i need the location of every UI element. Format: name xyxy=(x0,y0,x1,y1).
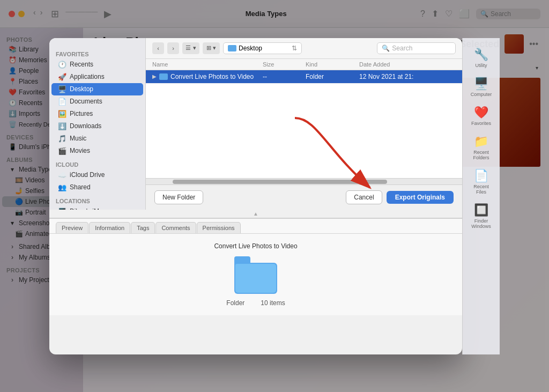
sidebar-item-desktop[interactable]: 🖥️ Desktop xyxy=(51,83,143,95)
right-icon-recent-files[interactable]: 📄 Recent Files xyxy=(465,166,498,198)
new-folder-button[interactable]: New Folder xyxy=(154,190,203,204)
sidebar-item-label: Desktop xyxy=(70,85,93,93)
finder-windows-label: Finder Windows xyxy=(469,218,494,229)
preview-tabs: Preview Information Tags Comments Permis… xyxy=(49,219,462,234)
file-name-text: Convert Live Photos to Video xyxy=(170,73,254,80)
chevron-up-icon: ▲ xyxy=(253,211,258,217)
sidebar-item-label: Applications xyxy=(70,73,105,80)
location-label: Desktop xyxy=(239,45,262,52)
folder-icon xyxy=(159,73,168,80)
tab-tags[interactable]: Tags xyxy=(131,222,155,233)
sidebar-item-documents[interactable]: 📄 Documents xyxy=(51,95,143,108)
right-icon-favorites[interactable]: ❤️ Favorites xyxy=(465,102,498,129)
sidebar-item-music[interactable]: 🎵 Music xyxy=(51,132,143,145)
col-name[interactable]: Name xyxy=(152,61,263,68)
sidebar-item-shared[interactable]: 👥 Shared xyxy=(51,181,143,194)
preview-meta: Folder 10 items xyxy=(226,299,285,307)
sidebar-item-label: Downloads xyxy=(70,122,101,130)
preview-content: Convert Live Photos to Video Folder 10 i… xyxy=(49,234,462,315)
dialog-sidebar: Favorites 🕐 Recents 🚀 Applications 🖥️ De… xyxy=(49,38,146,210)
applications-icon: 🚀 xyxy=(58,73,66,81)
scroll-thumb[interactable] xyxy=(173,180,387,184)
preview-panel: Preview Information Tags Comments Permis… xyxy=(49,218,462,315)
computer-label: Computer xyxy=(471,92,492,97)
file-date: 12 Nov 2021 at 21: xyxy=(359,73,456,80)
expand-handle[interactable]: ▲ xyxy=(49,210,462,218)
recent-folders-icon: 📁 xyxy=(474,135,488,149)
back-nav-button[interactable]: ‹ xyxy=(152,42,164,54)
dialog-search-box[interactable]: 🔍 Search xyxy=(377,42,456,54)
grid-view-button[interactable]: ⊞ ▾ xyxy=(203,42,220,54)
favorites-section: Favorites xyxy=(49,47,145,58)
sidebar-item-label: Movies xyxy=(70,147,90,154)
col-kind[interactable]: Kind xyxy=(306,61,359,68)
right-icon-computer[interactable]: 🖥️ Computer xyxy=(465,73,498,100)
folder-body xyxy=(234,263,277,294)
modal-overlay: Favorites 🕐 Recents 🚀 Applications 🖥️ De… xyxy=(0,0,549,392)
preview-count: 10 items xyxy=(261,299,285,307)
sidebar-item-label: iCloud Drive xyxy=(70,171,105,179)
scroll-area xyxy=(146,178,462,184)
icloud-drive-icon: ☁️ xyxy=(58,171,66,179)
recents-icon: 🕐 xyxy=(58,61,66,69)
dialog-main: ‹ › ☰ ▾ ⊞ ▾ Desktop ⇅ 🔍 Search xyxy=(146,38,462,210)
right-icon-recent-folders[interactable]: 📁 Recent Folders xyxy=(465,131,498,164)
right-icon-finder-windows[interactable]: 🔲 Finder Windows xyxy=(465,200,498,232)
forward-nav-button[interactable]: › xyxy=(167,42,179,54)
file-list-header: Name Size Kind Date Added xyxy=(146,59,462,70)
recent-files-icon: 📄 xyxy=(474,169,488,183)
row-expand-arrow: ▶ xyxy=(152,73,157,79)
dialog-footer: New Folder Cancel Export Originals xyxy=(146,184,462,210)
file-list-body: ▶ Convert Live Photos to Video -- Folder… xyxy=(146,70,462,178)
locations-section: Locations xyxy=(49,194,145,205)
sidebar-item-label: Documents xyxy=(70,98,102,105)
tab-preview[interactable]: Preview xyxy=(56,222,88,233)
search-icon: 🔍 xyxy=(382,45,390,52)
shared-icon: 👥 xyxy=(58,183,66,191)
sidebar-item-dilums-imac[interactable]: 🖥️ Dilum's iMac xyxy=(51,205,143,210)
location-picker[interactable]: Desktop ⇅ xyxy=(223,42,302,54)
file-name: ▶ Convert Live Photos to Video xyxy=(152,73,263,80)
sidebar-item-label: Shared xyxy=(70,183,91,191)
preview-type: Folder xyxy=(226,299,244,307)
sidebar-item-label: Recents xyxy=(70,61,93,68)
file-size: -- xyxy=(263,73,306,80)
col-date-added[interactable]: Date Added xyxy=(359,61,456,68)
dialog-top: Favorites 🕐 Recents 🚀 Applications 🖥️ De… xyxy=(49,38,462,210)
tab-information[interactable]: Information xyxy=(89,222,130,233)
sidebar-item-label: Music xyxy=(70,135,86,142)
recent-folders-label: Recent Folders xyxy=(469,150,494,160)
documents-icon: 📄 xyxy=(58,98,66,106)
dialog-toolbar: ‹ › ☰ ▾ ⊞ ▾ Desktop ⇅ 🔍 Search xyxy=(146,38,462,59)
location-chevron: ⇅ xyxy=(292,45,297,52)
downloads-icon: ⬇️ xyxy=(58,122,66,130)
finder-windows-icon: 🔲 xyxy=(474,203,488,217)
sidebar-item-pictures[interactable]: 🖼️ Pictures xyxy=(51,108,143,120)
right-icon-utility[interactable]: 🔧 Utility xyxy=(465,45,498,71)
tab-permissions[interactable]: Permissions xyxy=(197,222,241,233)
export-button[interactable]: Export Originals xyxy=(387,191,454,204)
folder-icon xyxy=(228,45,236,51)
save-dialog: Favorites 🕐 Recents 🚀 Applications 🖥️ De… xyxy=(49,38,462,354)
favorites-icon: ❤️ xyxy=(474,106,488,120)
music-icon: 🎵 xyxy=(58,135,66,143)
list-view-button[interactable]: ☰ ▾ xyxy=(182,42,199,54)
computer-icon: 🖥️ xyxy=(474,77,488,91)
sidebar-item-icloud-drive[interactable]: ☁️ iCloud Drive xyxy=(51,169,143,181)
utility-label: Utility xyxy=(476,63,487,68)
sidebar-item-recents[interactable]: 🕐 Recents xyxy=(51,58,143,71)
search-placeholder: Search xyxy=(392,45,412,52)
pictures-icon: 🖼️ xyxy=(58,110,66,118)
sidebar-item-movies[interactable]: 🎬 Movies xyxy=(51,145,143,157)
preview-folder-icon xyxy=(234,256,277,294)
movies-icon: 🎬 xyxy=(58,147,66,155)
folder-inner xyxy=(235,264,276,293)
col-size[interactable]: Size xyxy=(263,61,306,68)
sidebar-item-downloads[interactable]: ⬇️ Downloads xyxy=(51,120,143,132)
sidebar-item-applications[interactable]: 🚀 Applications xyxy=(51,71,143,83)
desktop-icon: 🖥️ xyxy=(58,85,66,93)
table-row[interactable]: ▶ Convert Live Photos to Video -- Folder… xyxy=(146,70,462,84)
file-kind: Folder xyxy=(306,73,359,80)
cancel-button[interactable]: Cancel xyxy=(346,190,382,204)
tab-comments[interactable]: Comments xyxy=(155,222,196,233)
